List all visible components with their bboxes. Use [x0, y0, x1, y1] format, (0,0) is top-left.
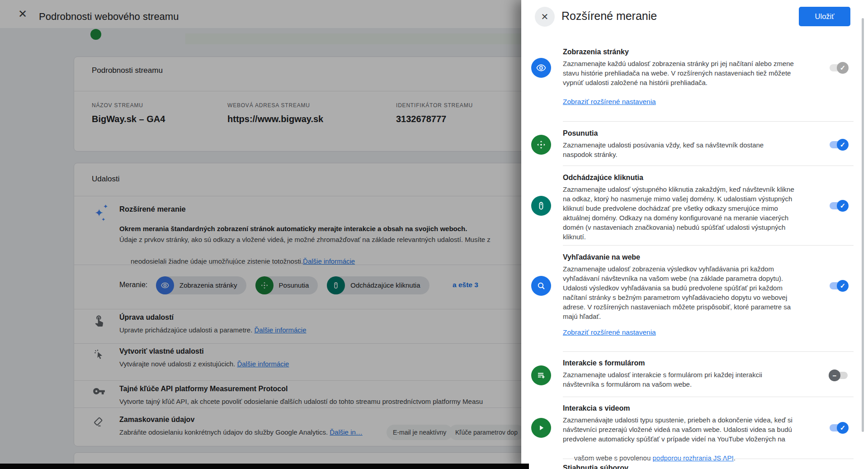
mouse-icon [531, 196, 551, 216]
enhanced-measurement-panel: ✕ Rozšírené meranie Uložiť Zobrazenia st… [521, 0, 868, 469]
form-icon [531, 365, 551, 385]
toggle-video-engagement[interactable]: ✓ [830, 424, 848, 431]
search-icon [531, 276, 551, 296]
eye-icon [531, 58, 551, 78]
toggle-form-interactions[interactable]: − [830, 372, 848, 379]
show-advanced-settings-link[interactable]: Zobraziť rozšírené nastavenia [563, 98, 656, 106]
panel-scrollbar[interactable] [862, 18, 864, 432]
screen: ✕ Podrobnosti webového streamu Podrobnos… [0, 0, 868, 469]
move-icon [531, 135, 551, 155]
divider [563, 166, 854, 166]
show-advanced-settings-link[interactable]: Zobraziť rozšírené nastavenia [563, 328, 656, 336]
toggle-outbound-clicks[interactable]: ✓ [830, 202, 848, 209]
toggle-scrolls[interactable]: ✓ [830, 141, 848, 148]
js-api-link[interactable]: podporou rozhrania JS API [652, 454, 733, 462]
panel-title: Rozšírené meranie [561, 9, 657, 23]
divider [563, 351, 854, 352]
divider [563, 397, 854, 397]
divider [563, 245, 854, 246]
bottom-black-bar [0, 464, 529, 469]
play-icon [531, 418, 551, 438]
divider [563, 459, 854, 459]
close-icon[interactable]: ✕ [535, 7, 555, 27]
save-button[interactable]: Uložiť [799, 7, 850, 26]
toggle-page-views[interactable]: ✓ [830, 64, 848, 71]
divider [563, 121, 854, 122]
toggle-site-search[interactable]: ✓ [830, 282, 848, 289]
